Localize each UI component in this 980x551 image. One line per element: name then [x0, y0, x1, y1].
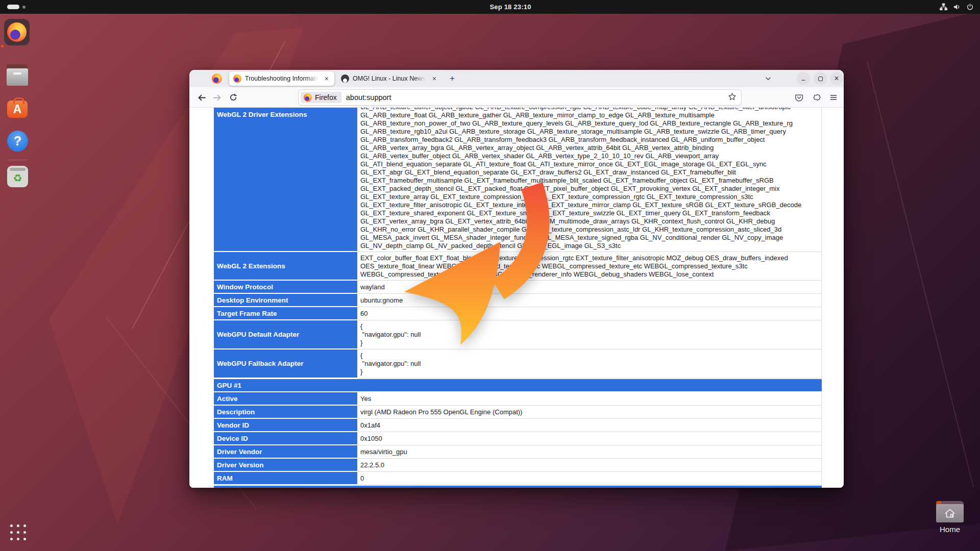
row-label: WebGL 2 Extensions — [214, 252, 357, 281]
row-label: WebGPU Default Adapter — [214, 320, 357, 349]
table-row: WebGPU Fallback Adapter { "navigator.gpu… — [214, 349, 822, 379]
workspace-indicator-dot[interactable] — [22, 6, 26, 9]
tab-troubleshooting[interactable]: Troubleshooting Information × — [229, 71, 334, 86]
row-value: mesa/virtio_gpu — [357, 445, 822, 459]
dock-item-app-center[interactable]: A — [7, 101, 28, 118]
tab-close-icon[interactable]: × — [431, 74, 438, 83]
bookmark-star-icon[interactable] — [728, 92, 737, 103]
network-icon — [940, 3, 947, 11]
pocket-button[interactable] — [793, 91, 805, 104]
maximize-icon — [818, 77, 823, 81]
list-all-tabs-button[interactable] — [762, 73, 774, 84]
minimize-button[interactable]: − — [797, 72, 810, 85]
tab-title: OMG! Linux - Linux News, — [353, 75, 427, 82]
row-label: Driver Version — [214, 459, 357, 472]
row-label: Target Frame Rate — [214, 307, 357, 320]
table-row: Vendor ID 0x1af4 — [214, 419, 822, 432]
navigation-toolbar: Firefox about:support — [189, 87, 844, 108]
identity-chip-label: Firefox — [315, 93, 337, 102]
tab-omg-linux[interactable]: OMG! Linux - Linux News, × — [337, 71, 442, 86]
firefox-view-icon — [212, 73, 222, 84]
row-label: Driver Vendor — [214, 445, 357, 459]
workspace-indicator-pill[interactable] — [7, 5, 19, 9]
volume-icon — [953, 3, 961, 11]
close-button[interactable]: × — [830, 72, 843, 85]
trash-icon: ♻ — [13, 172, 22, 184]
system-status-area[interactable] — [940, 0, 974, 14]
section-header-gpu1: GPU #1 — [214, 379, 822, 392]
row-value: virgl (AMD Radeon Pro 555 OpenGL Engine … — [357, 406, 822, 419]
row-label: Active — [214, 392, 357, 406]
row-label: Window Protocol — [214, 281, 357, 294]
row-value: Yes — [357, 392, 822, 406]
dock-item-trash[interactable]: ♻ — [7, 166, 28, 187]
home-folder-icon — [936, 501, 964, 522]
house-icon — [943, 507, 957, 520]
tab-close-icon[interactable]: × — [323, 74, 330, 83]
gnome-top-bar: Sep 18 23:10 — [0, 0, 980, 14]
annotation-arrow-down-left — [398, 182, 556, 350]
home-folder-label: Home — [934, 525, 966, 534]
reload-button[interactable] — [227, 91, 239, 104]
hamburger-menu-icon[interactable] — [827, 91, 840, 104]
firefox-icon — [304, 93, 312, 102]
row-label: WebGL 2 Driver Extensions — [214, 108, 357, 252]
dock-item-help[interactable]: ? — [7, 131, 28, 152]
table-row: Description virgl (AMD Radeon Pro 555 Op… — [214, 406, 822, 419]
identity-chip[interactable]: Firefox — [301, 92, 341, 103]
firefox-view-button[interactable] — [212, 73, 222, 84]
show-applications-button[interactable] — [10, 524, 27, 541]
back-button[interactable] — [195, 91, 208, 104]
arrow-head — [404, 242, 500, 345]
row-value: 0x1050 — [357, 432, 822, 445]
row-label: WebGPU Fallback Adapter — [214, 349, 357, 379]
dock-item-firefox[interactable] — [4, 19, 30, 45]
forward-button[interactable] — [211, 91, 223, 104]
row-label: Description — [214, 406, 357, 419]
app-center-icon: A — [13, 103, 22, 116]
arrow-tail — [498, 186, 538, 290]
tab-bar: Troubleshooting Information × OMG! Linux… — [189, 70, 844, 87]
row-value: 0 — [357, 472, 822, 485]
row-value: 0x1af4 — [357, 419, 822, 432]
extensions-icon[interactable] — [811, 91, 823, 104]
address-bar[interactable]: Firefox about:support — [299, 90, 741, 105]
firefox-favicon — [233, 74, 241, 83]
power-icon — [966, 3, 974, 11]
row-label: RAM — [214, 472, 357, 485]
table-row: Active Yes — [214, 392, 822, 406]
row-label: Vendor ID — [214, 419, 357, 432]
table-row: Driver Version 22.2.5.0 — [214, 459, 822, 472]
penguin-favicon — [341, 74, 349, 83]
tab-title: Troubleshooting Information — [245, 75, 320, 82]
table-row: Device ID 0x1050 — [214, 432, 822, 445]
row-label: Device ID — [214, 432, 357, 445]
new-tab-button[interactable]: + — [447, 73, 458, 84]
dock-item-files[interactable] — [7, 64, 28, 87]
dock-separator — [7, 160, 28, 160]
firefox-running-indicator — [1, 45, 4, 47]
row-value: 22.2.5.0 — [357, 459, 822, 472]
section-header-diagnostics: Diagnostics — [214, 485, 822, 488]
row-label: Desktop Environment — [214, 294, 357, 307]
table-row: RAM 0 — [214, 472, 822, 485]
row-value: { "navigator.gpu": null } — [360, 352, 421, 376]
firefox-icon — [7, 22, 27, 42]
help-icon: ? — [14, 134, 21, 148]
maximize-button[interactable] — [814, 72, 827, 85]
home-folder-shortcut[interactable]: Home — [934, 501, 966, 534]
url-text[interactable]: about:support — [346, 93, 728, 102]
chevron-down-icon — [765, 75, 772, 82]
clock[interactable]: Sep 18 23:10 — [462, 0, 559, 14]
table-row: Driver Vendor mesa/virtio_gpu — [214, 445, 822, 459]
